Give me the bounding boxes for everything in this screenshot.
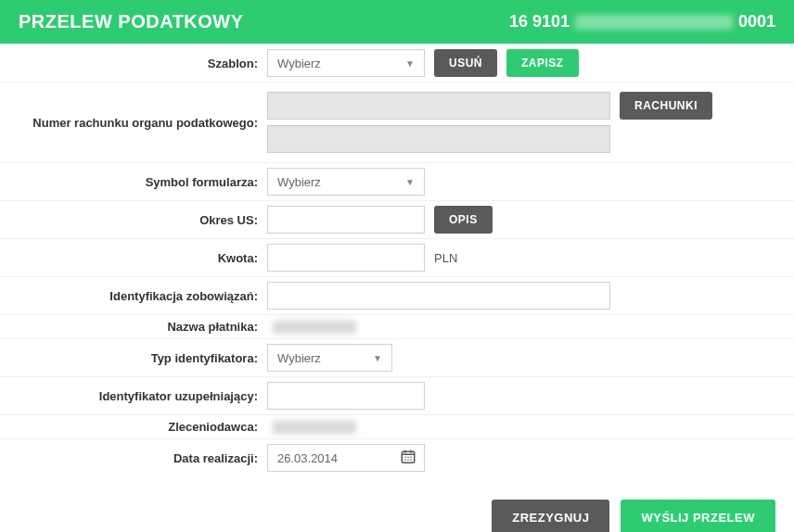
svg-point-5 <box>407 457 409 459</box>
label-okres: Okres US: <box>0 213 267 227</box>
row-typ: Typ identyfikatora: Wybierz ▼ <box>0 338 794 376</box>
label-numer-rachunku: Numer rachunku organu podatkowego: <box>0 116 267 130</box>
wyslij-button[interactable]: WYŚLIJ PRZELEW <box>621 500 775 532</box>
currency-label: PLN <box>434 251 457 265</box>
svg-point-9 <box>410 460 412 462</box>
svg-point-7 <box>404 460 406 462</box>
rachunki-button[interactable]: RACHUNKI <box>620 92 712 120</box>
header-bar: PRZELEW PODATKOWY 16 9101 0001 <box>0 0 794 44</box>
footer-actions: ZREZYGNUJ WYŚLIJ PRZELEW <box>0 476 794 532</box>
svg-point-4 <box>404 457 406 459</box>
label-szablon: Szablon: <box>0 57 267 70</box>
account-prefix: 16 9101 <box>509 12 570 32</box>
row-kwota: Kwota: PLN <box>0 238 794 276</box>
data-realizacji-input[interactable]: 26.03.2014 <box>267 444 425 472</box>
row-symbol: Symbol formularza: Wybierz ▼ <box>0 162 794 200</box>
account-number: 16 9101 0001 <box>509 12 775 32</box>
row-nazwa-platnika: Nazwa płatnika: <box>0 314 794 338</box>
label-typ: Typ identyfikatora: <box>0 351 267 365</box>
label-nazwa-platnika: Nazwa płatnika: <box>0 320 267 334</box>
identyfikacja-input[interactable] <box>267 282 610 310</box>
label-symbol: Symbol formularza: <box>0 175 267 189</box>
numer-rachunku-box-1 <box>267 92 610 120</box>
usun-button[interactable]: USUŃ <box>434 49 497 77</box>
symbol-value: Wybierz <box>277 175 321 189</box>
svg-point-8 <box>407 460 409 462</box>
zleceniodawca-value <box>273 421 356 434</box>
chevron-down-icon: ▼ <box>373 353 382 363</box>
nazwa-platnika-value <box>273 321 356 334</box>
account-masked <box>575 15 733 30</box>
row-identyfikator-uzup: Identyfikator uzupełniający: <box>0 376 794 414</box>
label-identyfikator-uzup: Identyfikator uzupełniający: <box>0 389 267 403</box>
szablon-select[interactable]: Wybierz ▼ <box>267 49 425 77</box>
row-identyfikacja: Identyfikacja zobowiązań: <box>0 276 794 314</box>
calendar-icon <box>400 449 416 468</box>
szablon-value: Wybierz <box>277 57 321 70</box>
label-kwota: Kwota: <box>0 251 267 265</box>
zapisz-button[interactable]: ZAPISZ <box>506 49 579 77</box>
opis-button[interactable]: OPIS <box>434 206 493 234</box>
zrezygnuj-button[interactable]: ZREZYGNUJ <box>492 500 609 532</box>
identyfikator-uzup-input[interactable] <box>267 382 425 410</box>
chevron-down-icon: ▼ <box>405 58 415 69</box>
label-zleceniodawca: Zleceniodawca: <box>0 420 267 434</box>
svg-point-6 <box>410 457 412 459</box>
kwota-input[interactable] <box>267 244 425 272</box>
row-numer-rachunku: Numer rachunku organu podatkowego: RACHU… <box>0 82 794 162</box>
account-suffix: 0001 <box>738 12 775 32</box>
row-okres: Okres US: OPIS <box>0 200 794 238</box>
okres-input[interactable] <box>267 206 425 234</box>
typ-value: Wybierz <box>277 351 321 365</box>
row-data-realizacji: Data realizacji: 26.03.2014 <box>0 438 794 476</box>
chevron-down-icon: ▼ <box>405 177 415 187</box>
typ-select[interactable]: Wybierz ▼ <box>267 344 392 372</box>
page-title: PRZELEW PODATKOWY <box>19 11 244 32</box>
data-realizacji-value: 26.03.2014 <box>277 451 338 465</box>
numer-rachunku-box-2 <box>267 125 610 153</box>
label-identyfikacja: Identyfikacja zobowiązań: <box>0 289 267 303</box>
row-szablon: Szablon: Wybierz ▼ USUŃ ZAPISZ <box>0 44 794 82</box>
symbol-select[interactable]: Wybierz ▼ <box>267 168 425 196</box>
row-zleceniodawca: Zleceniodawca: <box>0 414 794 438</box>
label-data-realizacji: Data realizacji: <box>0 451 267 465</box>
